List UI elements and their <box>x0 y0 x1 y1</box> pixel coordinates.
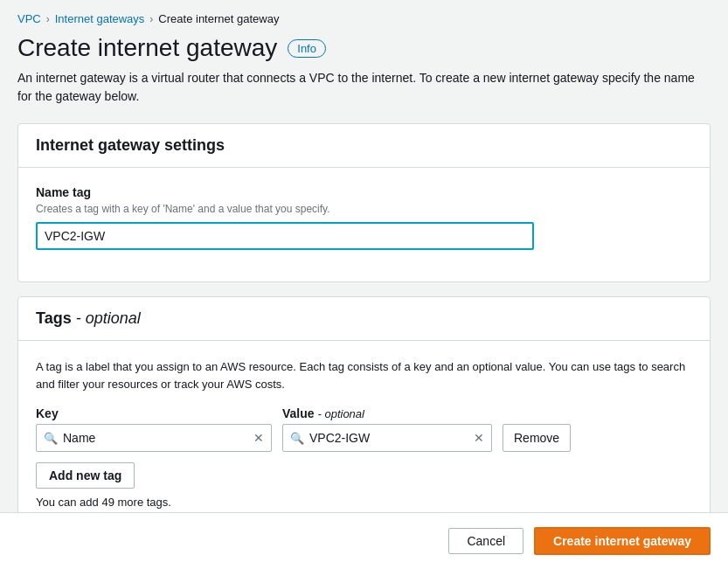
settings-card: Internet gateway settings Name tag Creat… <box>17 123 711 282</box>
page-header: Create internet gateway Info <box>17 34 711 62</box>
name-tag-label: Name tag <box>36 185 692 199</box>
tags-description: A tag is a label that you assign to an A… <box>36 358 692 392</box>
info-link[interactable]: Info <box>288 39 326 58</box>
create-internet-gateway-button[interactable]: Create internet gateway <box>534 527 711 555</box>
value-field-group: Value - optional 🔍 ✕ <box>282 406 492 452</box>
value-input[interactable] <box>309 431 468 445</box>
tags-card-body: A tag is a label that you assign to an A… <box>18 341 710 526</box>
tags-card-title: Tags - optional <box>36 309 141 327</box>
value-input-wrapper: 🔍 ✕ <box>282 424 492 452</box>
remove-tag-button[interactable]: Remove <box>503 424 571 452</box>
breadcrumb-vpc[interactable]: VPC <box>17 12 41 25</box>
key-label: Key <box>36 406 272 420</box>
breadcrumb-internet-gateways[interactable]: Internet gateways <box>55 12 145 25</box>
name-tag-hint: Creates a tag with a key of 'Name' and a… <box>36 203 692 215</box>
key-input-wrapper: 🔍 ✕ <box>36 424 272 452</box>
settings-card-body: Name tag Creates a tag with a key of 'Na… <box>18 168 710 281</box>
settings-card-title: Internet gateway settings <box>36 136 225 154</box>
breadcrumb-sep-1: › <box>46 13 50 25</box>
key-clear-button[interactable]: ✕ <box>253 431 264 445</box>
page-footer: Cancel Create internet gateway <box>0 512 728 569</box>
settings-card-header: Internet gateway settings <box>18 124 710 168</box>
cancel-button[interactable]: Cancel <box>448 528 523 554</box>
key-input[interactable] <box>63 431 248 445</box>
breadcrumb: VPC › Internet gateways › Create interne… <box>0 0 728 34</box>
add-new-tag-button[interactable]: Add new tag <box>36 462 135 489</box>
name-tag-field: Name tag Creates a tag with a key of 'Na… <box>36 185 692 250</box>
value-clear-button[interactable]: ✕ <box>474 431 484 445</box>
value-search-icon: 🔍 <box>290 432 304 445</box>
tags-row: Key 🔍 ✕ Value - optional 🔍 ✕ <box>36 406 692 452</box>
value-label: Value - optional <box>282 406 492 420</box>
breadcrumb-sep-2: › <box>149 13 153 25</box>
page-description: An internet gateway is a virtual router … <box>17 69 711 106</box>
name-tag-input[interactable] <box>36 222 534 250</box>
breadcrumb-current: Create internet gateway <box>158 12 279 25</box>
page-title: Create internet gateway <box>17 34 277 62</box>
tags-footer-note: You can add 49 more tags. <box>36 496 692 509</box>
key-search-icon: 🔍 <box>44 432 58 445</box>
tags-card-header: Tags - optional <box>18 297 710 341</box>
key-field-group: Key 🔍 ✕ <box>36 406 272 452</box>
tags-card: Tags - optional A tag is a label that yo… <box>17 296 711 527</box>
